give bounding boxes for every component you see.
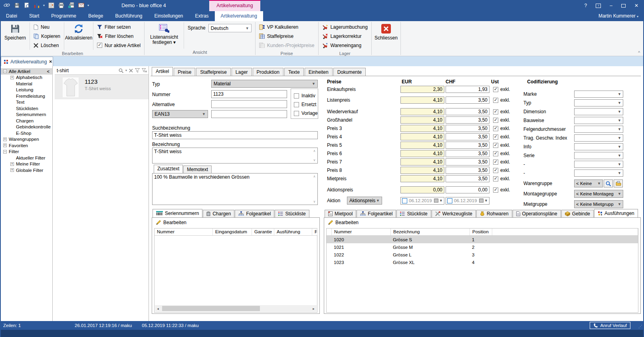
tab-stueckliste-2[interactable]: Stückliste: [396, 210, 431, 217]
search-dropdown-icon[interactable]: ▾: [125, 69, 127, 72]
search-input[interactable]: [55, 68, 117, 73]
nur-aktive-artikel-checkbox[interactable]: Nur aktive Artikel: [96, 41, 142, 49]
aktualisieren-button[interactable]: Aktualisieren: [65, 21, 93, 51]
ust-checkbox[interactable]: [493, 151, 498, 156]
typ-select[interactable]: Material▼: [211, 80, 318, 88]
user-menu[interactable]: Martin Kummerer ▾: [598, 11, 638, 21]
table-row[interactable]: 1020 Grösse S 1: [327, 236, 638, 243]
clear-search-icon[interactable]: [129, 69, 133, 73]
ersetzt-checkbox[interactable]: Ersetzt: [294, 100, 318, 109]
tab-mietpool[interactable]: Mietpool: [325, 210, 356, 217]
expander-icon[interactable]: −: [3, 150, 7, 154]
sidebar-item-stuecklisten[interactable]: Stücklisten: [0, 105, 52, 112]
aktion-date-to[interactable]: 06.12.2019 ▼: [446, 197, 489, 205]
kunden-projektpreise-button[interactable]: Kunden-/Projektpreise: [258, 41, 316, 49]
ust-checkbox[interactable]: [493, 168, 498, 173]
price-chf-input[interactable]: 1,93: [446, 86, 489, 93]
price-chf-input[interactable]: 3,50: [446, 175, 489, 182]
sidebar-item-chargen[interactable]: Chargen: [0, 118, 52, 124]
price-eur-input[interactable]: 4,10: [400, 142, 444, 149]
warengruppe-assign-button[interactable]: [614, 179, 623, 187]
tab-einheiten[interactable]: Einheiten: [305, 68, 333, 76]
listenansicht-festlegen-button[interactable]: Listenansicht festlegen ▾: [145, 21, 183, 50]
zusatztext-textarea[interactable]: 100 % Baumwolle in verschiedenen Grössen…: [152, 173, 318, 205]
tab-memotext[interactable]: Memotext: [183, 166, 212, 173]
codifizierung-select[interactable]: ▼: [574, 152, 623, 159]
lagerkorrektur-button[interactable]: Lagerkorrektur: [321, 32, 369, 40]
loeschen-button[interactable]: Löschen: [32, 41, 61, 49]
context-tab-artikelverwaltung[interactable]: Artikelverwaltung: [209, 0, 260, 11]
tab-preise[interactable]: Preise: [174, 68, 195, 76]
menu-artikelverwaltung-active[interactable]: Artikelverwaltung: [215, 11, 263, 21]
price-eur-input[interactable]: 4,10: [400, 97, 444, 104]
price-eur-input[interactable]: 4,10: [400, 116, 444, 124]
tab-ausfuehrungen[interactable]: Ausführungen: [594, 209, 638, 217]
date-checkbox[interactable]: [402, 198, 407, 203]
minimize-button[interactable]: –: [610, 0, 612, 11]
tab-lager[interactable]: Lager: [232, 68, 252, 76]
codifizierung-select[interactable]: ▼: [574, 126, 623, 133]
column-eingangsdatum[interactable]: Eingangsdatum: [213, 229, 252, 235]
help-button[interactable]: ?: [585, 0, 587, 11]
mietgruppe-select[interactable]: < Keine Mietgrupp▼: [574, 200, 623, 208]
inaktiv-checkbox[interactable]: Inaktiv: [294, 91, 318, 100]
nummer-input[interactable]: [211, 90, 287, 98]
sidebar-item-alphabetisch[interactable]: +Alphabetisch: [0, 75, 52, 81]
price-eur-input[interactable]: 4,10: [400, 108, 444, 115]
ust-checkbox[interactable]: [493, 134, 498, 140]
ribbon-collapse-icon[interactable]: ^: [638, 51, 640, 55]
expander-icon[interactable]: +: [3, 144, 7, 147]
table-row[interactable]: 1022 Grösse L 3: [327, 251, 638, 258]
filter-clear-icon[interactable]: [142, 68, 147, 73]
price-chf-input[interactable]: 3,50: [446, 133, 489, 140]
vp-kalkulieren-button[interactable]: ΣVP Kalkulieren: [258, 23, 316, 31]
tab-artikel[interactable]: Artikel: [152, 67, 173, 76]
bearbeiten-button[interactable]: Bearbeiten: [328, 220, 359, 225]
speichern-button[interactable]: Speichern: [1, 21, 29, 51]
barcode-type-select[interactable]: EAN13▼: [152, 110, 208, 118]
kopieren-button[interactable]: Kopieren: [32, 32, 61, 40]
sidebar-item-aktueller-filter[interactable]: Aktueller Filter: [0, 155, 52, 161]
codifizierung-select[interactable]: ▼: [574, 134, 623, 142]
barcode-input[interactable]: [211, 110, 287, 118]
codifizierung-select[interactable]: ▼: [574, 161, 623, 168]
scroll-thumb[interactable]: [162, 306, 260, 311]
wareneingang-button[interactable]: Wareneingang: [321, 41, 369, 49]
menu-extras[interactable]: Extras: [189, 11, 215, 21]
sidebar-item-eshop[interactable]: E-Shop: [0, 130, 52, 136]
sidebar-item-favoriten[interactable]: +Favoriten: [0, 142, 52, 149]
tab-texte[interactable]: Texte: [284, 68, 304, 76]
column-ausfuehrung[interactable]: Ausführung: [274, 229, 312, 235]
staffelpreise-button[interactable]: Staffelpreise: [258, 32, 316, 40]
sidebar-item-serienummern[interactable]: Serienummern: [0, 112, 52, 118]
print-preview-icon[interactable]: [23, 2, 30, 9]
batch-print-icon[interactable]: [67, 2, 75, 9]
column-bezeichnung[interactable]: Bezeichnung: [391, 229, 470, 235]
ust-checkbox[interactable]: [493, 87, 498, 92]
resize-grip[interactable]: ⋰: [638, 324, 642, 329]
sprache-select[interactable]: Deutsch▼: [208, 24, 252, 32]
price-eur-input[interactable]: 0,00: [400, 186, 444, 193]
ust-checkbox[interactable]: [493, 143, 498, 148]
codifizierung-select[interactable]: ▼: [574, 169, 623, 177]
sidebar-item-globale-filter[interactable]: +Globale Filter: [0, 167, 52, 173]
price-chf-input[interactable]: 3,50: [446, 97, 489, 104]
codifizierung-select[interactable]: ▼: [574, 143, 623, 150]
date-checkbox[interactable]: [447, 198, 452, 203]
codifizierung-select[interactable]: ▼: [574, 99, 623, 106]
tab-seriennummern[interactable]: Seriennummern: [153, 209, 202, 217]
scrollbar-vertical[interactable]: ∧∨: [312, 174, 317, 204]
sidebar-item-material[interactable]: Material: [0, 81, 52, 87]
sidebar-item-meine-filter[interactable]: +Meine Filter: [0, 161, 52, 168]
codifizierung-select[interactable]: ▼: [574, 91, 623, 98]
close-button[interactable]: ✕: [634, 0, 638, 11]
search-icon[interactable]: [119, 68, 123, 73]
qat-overflow-icon[interactable]: ▾: [87, 4, 89, 7]
table-row[interactable]: 1023 Grösse XL 4: [327, 258, 638, 266]
scrollbar-vertical[interactable]: ∧∨: [312, 148, 317, 163]
mail-icon[interactable]: [77, 2, 85, 9]
chart-dropdown-icon[interactable]: ▾: [43, 4, 45, 7]
ust-checkbox[interactable]: [493, 98, 498, 103]
aktion-date-from[interactable]: 06.12.2019 ▼: [400, 197, 444, 205]
calendar-icon[interactable]: [48, 2, 55, 9]
